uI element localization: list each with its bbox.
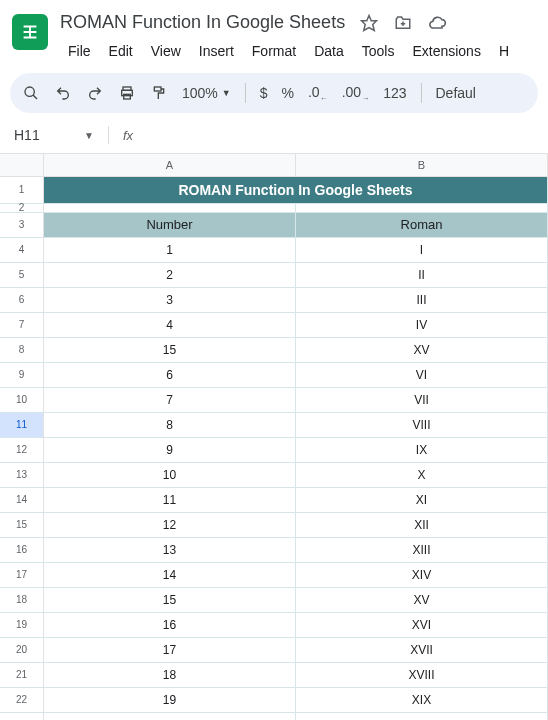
row-header[interactable]: 14 [0,488,44,512]
cell-roman[interactable]: XII [296,513,548,537]
column-header-b[interactable]: B [296,154,548,176]
document-title[interactable]: ROMAN Function In Google Sheets [60,12,345,33]
row-header[interactable]: 9 [0,363,44,387]
select-all-corner[interactable] [0,154,44,176]
header-cell-roman[interactable]: Roman [296,213,548,237]
cell-number[interactable]: 4 [44,313,296,337]
decrease-decimal-button[interactable]: .0← [308,84,328,103]
row-header[interactable]: 22 [0,688,44,712]
cell[interactable] [296,204,548,212]
row-header[interactable]: 19 [0,613,44,637]
row-header[interactable]: 4 [0,238,44,262]
currency-button[interactable]: $ [260,85,268,101]
cell[interactable] [44,204,296,212]
cell-number[interactable]: 9 [44,438,296,462]
cell-roman[interactable]: XVIII [296,663,548,687]
header-cell-number[interactable]: Number [44,213,296,237]
row-header[interactable]: 20 [0,638,44,662]
search-icon[interactable] [22,84,40,102]
menu-file[interactable]: File [60,39,99,63]
row-header[interactable]: 10 [0,388,44,412]
row-header[interactable]: 21 [0,663,44,687]
cell-number[interactable]: 20 [44,713,296,720]
redo-icon[interactable] [86,84,104,102]
cell-number[interactable]: 15 [44,588,296,612]
row-header[interactable]: 17 [0,563,44,587]
cell-roman[interactable]: X [296,463,548,487]
cell-number[interactable]: 11 [44,488,296,512]
paint-format-icon[interactable] [150,84,168,102]
cell-roman[interactable]: XV [296,338,548,362]
menu-help[interactable]: H [491,39,517,63]
column-header-a[interactable]: A [44,154,296,176]
cell-number[interactable]: 1 [44,238,296,262]
row-header[interactable]: 7 [0,313,44,337]
row-header[interactable]: 12 [0,438,44,462]
cell-number[interactable]: 15 [44,338,296,362]
menu-insert[interactable]: Insert [191,39,242,63]
cell-roman[interactable]: VI [296,363,548,387]
undo-icon[interactable] [54,84,72,102]
cell-number[interactable]: 10 [44,463,296,487]
cell-number[interactable]: 19 [44,688,296,712]
cell-roman[interactable]: XVII [296,638,548,662]
star-icon[interactable] [359,13,379,33]
cell-number[interactable]: 6 [44,363,296,387]
banner-cell[interactable]: ROMAN Function In Google Sheets [44,177,548,203]
print-icon[interactable] [118,84,136,102]
row-header[interactable]: 13 [0,463,44,487]
menu-data[interactable]: Data [306,39,352,63]
menu-edit[interactable]: Edit [101,39,141,63]
menu-format[interactable]: Format [244,39,304,63]
move-icon[interactable] [393,13,413,33]
row-header[interactable]: 16 [0,538,44,562]
row-header[interactable]: 3 [0,213,44,237]
cell-number[interactable]: 3 [44,288,296,312]
row-header[interactable]: 2 [0,204,44,212]
font-dropdown[interactable]: Defaul [436,85,476,101]
cell-roman[interactable]: III [296,288,548,312]
cell-roman[interactable]: XI [296,488,548,512]
cell-roman[interactable]: XIV [296,563,548,587]
cell-roman[interactable]: IX [296,438,548,462]
cell-number[interactable]: 2 [44,263,296,287]
row-header[interactable]: 15 [0,513,44,537]
cell-roman[interactable]: XX [296,713,548,720]
format-123-button[interactable]: 123 [383,85,406,101]
cell-number[interactable]: 17 [44,638,296,662]
cell-number[interactable]: 8 [44,413,296,437]
cell-roman[interactable]: IV [296,313,548,337]
cell-roman[interactable]: XV [296,588,548,612]
row-header[interactable]: 6 [0,288,44,312]
row-header[interactable]: 8 [0,338,44,362]
row-header[interactable]: 23 [0,713,44,720]
menu-view[interactable]: View [143,39,189,63]
cell-number[interactable]: 14 [44,563,296,587]
cell-number[interactable]: 18 [44,663,296,687]
cell-number[interactable]: 12 [44,513,296,537]
menu-extensions[interactable]: Extensions [404,39,488,63]
increase-decimal-button[interactable]: .00→ [342,84,369,103]
chevron-down-icon[interactable]: ▼ [84,130,94,141]
cell-number[interactable]: 7 [44,388,296,412]
sheets-logo-icon[interactable] [12,14,48,50]
percent-button[interactable]: % [282,85,294,101]
row-header[interactable]: 11 [0,413,44,437]
cell-number[interactable]: 13 [44,538,296,562]
cell-roman[interactable]: XIII [296,538,548,562]
cell-roman[interactable]: II [296,263,548,287]
row-header[interactable]: 18 [0,588,44,612]
fx-label: fx [123,128,133,143]
cell-roman[interactable]: XVI [296,613,548,637]
cloud-icon[interactable] [427,13,447,33]
cell-roman[interactable]: VIII [296,413,548,437]
zoom-dropdown[interactable]: 100%▼ [182,85,231,101]
cell-roman[interactable]: I [296,238,548,262]
cell-number[interactable]: 16 [44,613,296,637]
name-box[interactable]: H11 [10,125,70,145]
row-header[interactable]: 5 [0,263,44,287]
menu-tools[interactable]: Tools [354,39,403,63]
cell-roman[interactable]: VII [296,388,548,412]
row-header[interactable]: 1 [0,177,44,203]
cell-roman[interactable]: XIX [296,688,548,712]
